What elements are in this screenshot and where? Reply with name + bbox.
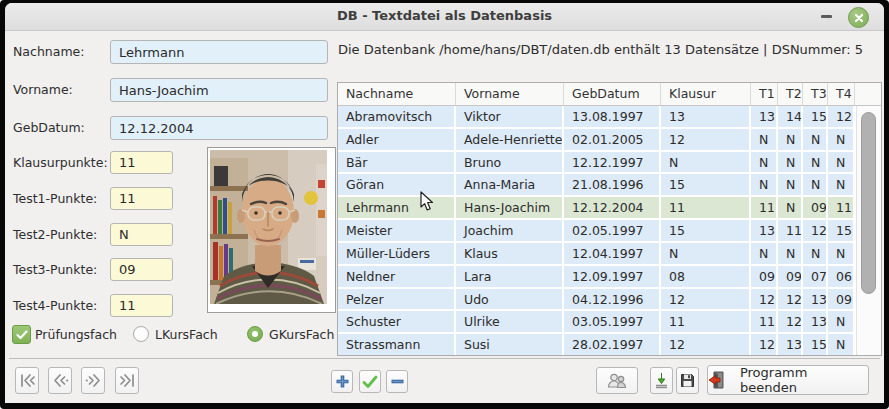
last-record-button[interactable] — [115, 367, 139, 394]
titlebar[interactable]: DB - Textdatei als Datenbasis — [5, 3, 884, 31]
first-record-icon — [19, 373, 36, 388]
lkursfach-radio[interactable] — [133, 326, 149, 342]
table-row[interactable]: NeldnerLara12.09.19970809090706 — [338, 266, 855, 289]
table-cell: N — [751, 174, 778, 195]
pruefungsfach-label: Prüfungsfach — [35, 327, 117, 342]
table-cell: N — [828, 311, 855, 332]
table-scrollbar[interactable] — [856, 106, 881, 355]
app-window: DB - Textdatei als Datenbasis Nachname: … — [5, 3, 884, 403]
gkursfach-radio[interactable] — [247, 326, 263, 342]
field-label-vorname: Vorname: — [13, 82, 73, 97]
table-cell: N — [778, 243, 803, 264]
table-cell: 13 — [803, 311, 828, 332]
table-row[interactable]: BärBruno12.12.1997NNNNN — [338, 152, 855, 175]
pruefungsfach-checkbox[interactable] — [12, 325, 31, 344]
table-cell: N — [828, 174, 855, 195]
exit-button[interactable]: Programm beenden — [707, 365, 869, 395]
next-record-icon — [85, 373, 102, 388]
table-cell: N — [828, 129, 855, 150]
table-cell: N — [803, 152, 828, 173]
table-cell: Bruno — [456, 152, 564, 173]
table-cell: 12 — [661, 129, 751, 150]
table-cell: 06 — [828, 266, 855, 287]
previous-record-button[interactable] — [48, 367, 72, 394]
first-record-button[interactable] — [15, 367, 39, 394]
confirm-button[interactable] — [359, 370, 381, 393]
table-cell: 13 — [751, 106, 778, 127]
table-cell: N — [828, 334, 855, 355]
delete-record-button[interactable] — [386, 370, 408, 393]
table-cell: Klaus — [456, 243, 564, 264]
column-header-nachname[interactable]: Nachname — [338, 83, 456, 105]
table-cell: N — [778, 129, 803, 150]
field-label-test4: Test4-Punkte: — [13, 298, 97, 313]
table-row[interactable]: AdlerAdele-Henriette02.01.200512NNNN — [338, 129, 855, 152]
save-button[interactable] — [676, 367, 699, 394]
table-row[interactable]: AbramovitschViktor13.08.19971313141512 — [338, 106, 855, 129]
column-header-t4[interactable]: T4 — [828, 83, 855, 105]
column-header-vorname[interactable]: Vorname — [456, 83, 564, 105]
table-row[interactable]: StrassmannSusi28.02.199712121315N — [338, 334, 855, 355]
add-record-button[interactable] — [331, 370, 353, 393]
table-cell: N — [778, 152, 803, 173]
table-row[interactable]: Müller-LüdersKlaus12.04.1997NNNNN — [338, 243, 855, 266]
table-cell: Susi — [456, 334, 564, 355]
table-cell: 13.08.1997 — [564, 106, 661, 127]
next-record-button[interactable] — [81, 367, 105, 394]
minimize-icon[interactable] — [821, 15, 832, 18]
table-row[interactable]: LehrmannHans-Joachim12.12.20041111N0911 — [338, 197, 855, 220]
window-title: DB - Textdatei als Datenbasis — [5, 8, 884, 23]
table-cell: Udo — [456, 289, 564, 310]
previous-record-icon — [52, 373, 69, 388]
table-cell: N — [828, 152, 855, 173]
klausurpunkte-field[interactable] — [110, 151, 173, 174]
table-cell: Neldner — [338, 266, 456, 287]
column-header-gebdatum[interactable]: GebDatum — [564, 83, 661, 105]
exit-button-label: Programm beenden — [740, 365, 868, 395]
users-icon — [606, 372, 628, 389]
scrollbar-thumb[interactable] — [861, 112, 876, 294]
table-row[interactable]: MeisterJoachim02.05.19971513111215 — [338, 220, 855, 243]
users-button[interactable] — [596, 367, 638, 394]
column-header-klausur[interactable]: Klausur — [661, 83, 751, 105]
import-icon — [654, 372, 669, 389]
vorname-field[interactable] — [110, 78, 328, 102]
table-cell: 13 — [661, 106, 751, 127]
column-header-t2[interactable]: T2 — [778, 83, 803, 105]
save-icon — [680, 373, 695, 388]
table-cell: N — [751, 152, 778, 173]
table-cell: 12 — [661, 289, 751, 310]
nachname-field[interactable] — [110, 40, 328, 64]
test4-field[interactable] — [110, 294, 173, 317]
column-header-t1[interactable]: T1 — [751, 83, 778, 105]
toolbar-separator — [9, 358, 880, 359]
table-cell: 12 — [828, 106, 855, 127]
table-cell: 11 — [778, 220, 803, 241]
delete-record-icon — [390, 374, 405, 389]
test1-field[interactable] — [110, 187, 173, 210]
mouse-cursor — [420, 191, 435, 212]
table-row[interactable]: PelzerUdo04.12.19961212121309 — [338, 289, 855, 312]
import-button[interactable] — [650, 367, 673, 394]
table-row[interactable]: GöranAnna-Maria21.08.199615NNNN — [338, 174, 855, 197]
table-cell: Schuster — [338, 311, 456, 332]
table-cell: 11 — [828, 197, 855, 218]
column-header-t3[interactable]: T3 — [803, 83, 828, 105]
gebdatum-field[interactable] — [110, 116, 328, 140]
last-record-icon — [119, 373, 136, 388]
table-cell: Anna-Maria — [456, 174, 564, 195]
records-table: NachnameVornameGebDatumKlausurT1T2T3T4 A… — [337, 82, 882, 356]
table-cell: Adler — [338, 129, 456, 150]
table-cell: N — [803, 174, 828, 195]
table-cell: 02.05.1997 — [564, 220, 661, 241]
table-cell: 13 — [751, 220, 778, 241]
field-label-gebdatum: GebDatum: — [13, 120, 85, 135]
table-cell: 11 — [661, 197, 751, 218]
test3-field[interactable] — [110, 258, 173, 281]
table-cell: 12 — [778, 289, 803, 310]
table-cell: Pelzer — [338, 289, 456, 310]
table-row[interactable]: SchusterUlrike03.05.199711111213N — [338, 311, 855, 334]
close-button[interactable] — [848, 7, 869, 28]
test2-field[interactable] — [110, 223, 173, 246]
table-cell: Strassmann — [338, 334, 456, 355]
